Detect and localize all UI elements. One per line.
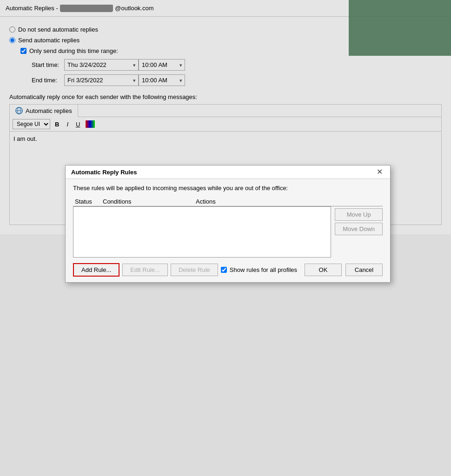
show-rules-checkbox[interactable] — [221, 267, 227, 273]
col-conditions-header: Conditions — [103, 198, 196, 205]
rules-side-buttons: Move Up Move Down — [335, 206, 383, 258]
ok-button[interactable]: OK — [305, 264, 342, 276]
dialog-close-button[interactable]: ✕ — [375, 168, 385, 176]
dialog-body: These rules will be applied to incoming … — [66, 179, 390, 282]
dialog-title-bar: Automatic Reply Rules ✕ — [66, 165, 390, 179]
show-rules-label[interactable]: Show rules for all profiles — [230, 266, 297, 273]
bottom-right-buttons: OK Cancel — [305, 264, 383, 276]
col-status-header: Status — [75, 198, 103, 205]
rules-list — [73, 206, 331, 258]
automatic-reply-rules-dialog: Automatic Reply Rules ✕ These rules will… — [65, 165, 391, 283]
rules-area-wrapper: Move Up Move Down — [73, 206, 383, 258]
cancel-button[interactable]: Cancel — [345, 264, 383, 276]
move-down-button[interactable]: Move Down — [335, 223, 383, 235]
col-actions-header: Actions — [196, 198, 381, 205]
rules-table-header: Status Conditions Actions — [73, 197, 383, 206]
add-rule-button[interactable]: Add Rule... — [73, 263, 119, 277]
main-window: Automatic Replies - ████████████ @outloo… — [0, 0, 451, 476]
dialog-overlay: Automatic Reply Rules ✕ These rules will… — [0, 0, 451, 476]
bottom-left-buttons: Add Rule... Edit Rule... Delete Rule Sho… — [73, 263, 297, 277]
dialog-description: These rules will be applied to incoming … — [73, 185, 383, 192]
delete-rule-button[interactable]: Delete Rule — [171, 264, 218, 276]
dialog-title: Automatic Reply Rules — [71, 169, 137, 176]
move-up-button[interactable]: Move Up — [335, 208, 383, 221]
dialog-bottom: Add Rule... Edit Rule... Delete Rule Sho… — [73, 263, 383, 277]
edit-rule-button[interactable]: Edit Rule... — [122, 264, 168, 276]
show-rules-checkbox-wrapper: Show rules for all profiles — [221, 266, 297, 273]
